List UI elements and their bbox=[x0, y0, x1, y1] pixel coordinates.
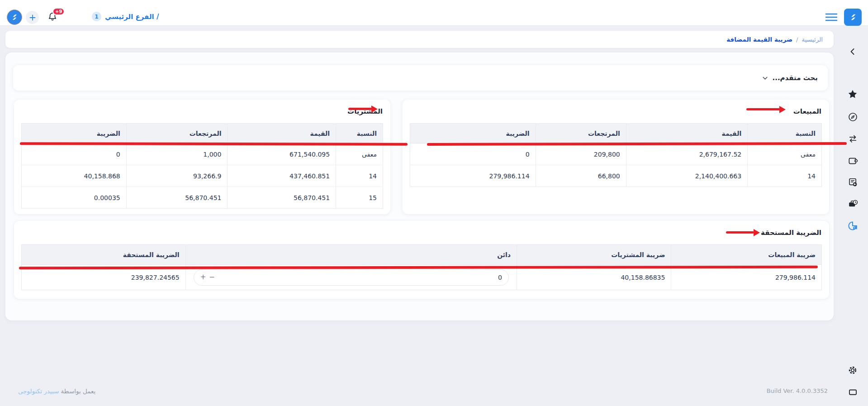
column-header: الضريبة bbox=[22, 124, 127, 143]
column-header: النسبة bbox=[748, 124, 822, 143]
creditor-input[interactable]: 0 + − bbox=[194, 269, 509, 286]
column-header: ضريبة المشتريات bbox=[517, 245, 671, 265]
branch-count-badge: 1 bbox=[92, 12, 101, 21]
table-cell: 15 bbox=[336, 187, 383, 209]
table-cell: 0.00035 bbox=[22, 187, 127, 209]
notification-count-badge: +9 bbox=[52, 8, 65, 15]
table-cell: معفى bbox=[336, 143, 383, 165]
powered-by: يعمل بواسطة سبيدر تكنولوجى bbox=[18, 387, 95, 395]
table-cell: 279,986.114 bbox=[410, 165, 536, 187]
column-header: دائن bbox=[185, 245, 517, 265]
sales-section: المبيعات النسبةالقيمةالمرتجعاتالضريبة مع… bbox=[403, 100, 829, 214]
compass-icon[interactable] bbox=[847, 111, 859, 123]
purchases-table: النسبةالقيمةالمرتجعاتالضريبة معفى671,540… bbox=[21, 123, 383, 209]
column-header: المرتجعات bbox=[126, 124, 228, 143]
sales-tax-cell: 279,986.114 bbox=[671, 265, 822, 290]
table-cell: 1,000 bbox=[126, 143, 228, 165]
breadcrumb-home-link[interactable]: الرئيسية bbox=[802, 36, 823, 43]
stepper-controls: + − bbox=[200, 274, 215, 281]
breadcrumb: الرئيسية / ضريبة القيمة المضافة bbox=[5, 31, 834, 48]
chevron-down-icon bbox=[762, 75, 768, 81]
breadcrumb-current-page: ضريبة القيمة المضافة bbox=[726, 36, 792, 43]
branch-selector[interactable]: 1 الفرع الرئيسي / bbox=[92, 12, 159, 21]
table-cell: 93,266.9 bbox=[126, 165, 228, 187]
purchases-title: المشتريات bbox=[14, 100, 390, 116]
increment-button[interactable]: + bbox=[200, 274, 206, 281]
table-cell: 56,870.451 bbox=[228, 187, 336, 209]
table-cell: 0 bbox=[410, 143, 536, 165]
vat-reports-icon[interactable] bbox=[847, 220, 859, 232]
due-tax-cell: 239,827.24565 bbox=[22, 265, 186, 290]
purchases-section: المشتريات النسبةالقيمةالمرتجعاتالضريبة م… bbox=[14, 100, 390, 214]
build-version: Build Ver. 4.0.0.3352 bbox=[767, 387, 828, 394]
column-header: النسبة bbox=[336, 124, 383, 143]
powered-by-link[interactable]: سبيدر تكنولوجى bbox=[18, 387, 59, 395]
table-cell: 14 bbox=[336, 165, 383, 187]
table-cell: 2,140,400.663 bbox=[626, 165, 747, 187]
plus-icon bbox=[29, 14, 36, 21]
table-row: 142,140,400.66366,800279,986.114 bbox=[410, 165, 822, 187]
table-cell: معفى bbox=[748, 143, 822, 165]
column-header: المرتجعات bbox=[536, 124, 626, 143]
table-cell: 2,679,167.52 bbox=[626, 143, 747, 165]
invoice-return-icon[interactable] bbox=[847, 176, 859, 188]
purchases-header-row: النسبةالقيمةالمرتجعاتالضريبة bbox=[22, 124, 383, 143]
creditor-cell: 0 + − bbox=[185, 265, 517, 290]
tax-due-header-row: ضريبة المبيعاتضريبة المشترياتدائنالضريبة… bbox=[22, 245, 822, 265]
table-row: معفى2,679,167.52209,8000 bbox=[410, 143, 822, 165]
tax-due-section: الضريبة المستحقة ضريبة المبيعاتضريبة الم… bbox=[14, 221, 829, 299]
work-history-icon[interactable] bbox=[847, 198, 859, 210]
topbar: +9 1 الفرع الرئيسي / bbox=[0, 0, 868, 26]
column-header: الضريبة bbox=[410, 124, 536, 143]
table-cell: 40,158.868 bbox=[22, 165, 127, 187]
collapse-arrow-icon[interactable] bbox=[847, 46, 859, 57]
favorites-star-icon[interactable] bbox=[847, 88, 859, 100]
decrement-button[interactable]: − bbox=[209, 274, 215, 281]
column-header: القيمة bbox=[228, 124, 336, 143]
content-wrapper: بحث متقدم... المبيعات النسبةالقيمةالمرتج… bbox=[5, 53, 834, 320]
sales-title: المبيعات bbox=[403, 100, 829, 116]
table-cell: 56,870.451 bbox=[126, 187, 228, 209]
table-cell: 671,540.095 bbox=[228, 143, 336, 165]
table-cell: 437,460.851 bbox=[228, 165, 336, 187]
branch-label: الفرع الرئيسي / bbox=[105, 13, 159, 21]
table-cell: 0 bbox=[22, 143, 127, 165]
wallet-icon[interactable] bbox=[847, 155, 859, 167]
table-cell: 209,800 bbox=[536, 143, 626, 165]
app-logo-square[interactable] bbox=[844, 9, 862, 26]
advanced-search-toggle[interactable]: بحث متقدم... bbox=[13, 65, 828, 91]
table-row: 14437,460.85193,266.940,158.868 bbox=[22, 165, 383, 187]
brand-logo-button[interactable] bbox=[7, 10, 22, 25]
hamburger-icon bbox=[825, 13, 838, 22]
advanced-search-label: بحث متقدم... bbox=[772, 74, 818, 82]
app-logo-icon bbox=[848, 12, 858, 22]
notifications-button[interactable]: +9 bbox=[47, 11, 60, 24]
window-icon[interactable] bbox=[847, 386, 859, 398]
column-header: الضريبة المستحقة bbox=[22, 245, 186, 265]
breadcrumb-separator: / bbox=[796, 36, 798, 43]
table-cell: 66,800 bbox=[536, 165, 626, 187]
menu-toggle-button[interactable] bbox=[825, 13, 838, 22]
sales-header-row: النسبةالقيمةالمرتجعاتالضريبة bbox=[410, 124, 822, 143]
settings-gear-icon[interactable] bbox=[847, 364, 859, 376]
brand-logo-icon bbox=[10, 13, 19, 22]
column-header: القيمة bbox=[626, 124, 747, 143]
powered-by-prefix: يعمل بواسطة bbox=[61, 387, 96, 395]
table-row: 1556,870.45156,870.4510.00035 bbox=[22, 187, 383, 209]
sales-table: النسبةالقيمةالمرتجعاتالضريبة معفى2,679,1… bbox=[410, 123, 822, 187]
tax-due-title: الضريبة المستحقة bbox=[14, 221, 829, 238]
table-cell: 14 bbox=[748, 165, 822, 187]
add-button[interactable] bbox=[26, 11, 39, 24]
column-header: ضريبة المبيعات bbox=[671, 245, 822, 265]
transfers-icon[interactable] bbox=[847, 133, 859, 144]
vat-report-page: +9 1 الفرع الرئيسي / bbox=[0, 0, 868, 406]
purchases-tax-cell: 40,158.86835 bbox=[517, 265, 671, 290]
sidebar-rail bbox=[836, 26, 868, 406]
creditor-value[interactable]: 0 bbox=[498, 274, 502, 281]
tax-due-row: 279,986.114 40,158.86835 0 + − 239 bbox=[22, 265, 822, 290]
tax-due-table: ضريبة المبيعاتضريبة المشترياتدائنالضريبة… bbox=[21, 244, 822, 290]
table-row: معفى671,540.0951,0000 bbox=[22, 143, 383, 165]
